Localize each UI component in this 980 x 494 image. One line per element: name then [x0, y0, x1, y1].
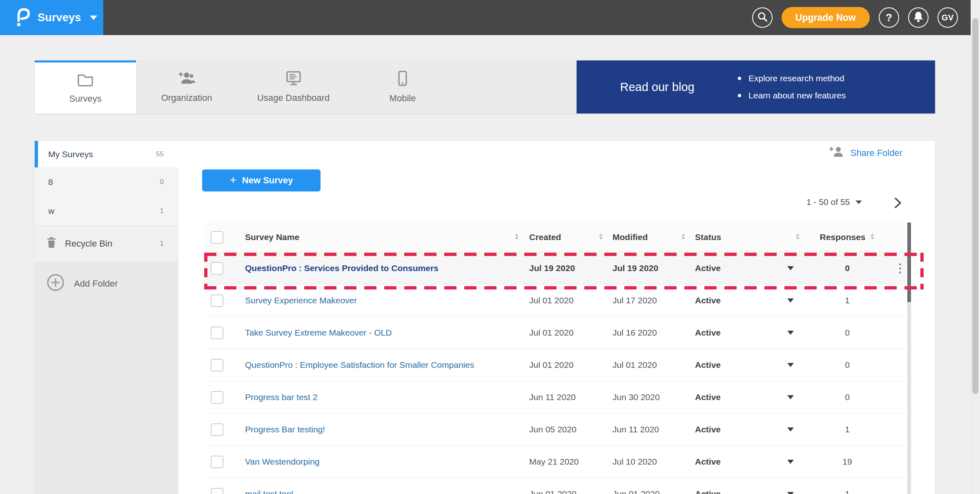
row-checkbox[interactable] — [211, 456, 223, 468]
page-scrollbar[interactable] — [971, 0, 980, 494]
survey-name-link[interactable]: Take Survey Extreme Makeover - OLD — [245, 328, 392, 338]
table-row[interactable]: Survey Experience Makeover Jul 01 2020 J… — [204, 285, 910, 317]
pagination: 1 - 50 of 55 — [806, 197, 862, 207]
caret-down-icon[interactable] — [787, 298, 794, 303]
responses-count: 1 — [845, 296, 850, 305]
dashboard-icon — [285, 71, 302, 88]
table-row[interactable]: Progress Bar testing! Jun 05 2020 Jun 11… — [204, 414, 910, 446]
blog-bullet-text: Explore research method — [748, 73, 844, 83]
share-folder-button[interactable]: Share Folder — [829, 146, 902, 160]
tabs-spacer — [456, 60, 577, 113]
survey-name-link[interactable]: QuestionPro : Services Provided to Consu… — [245, 263, 439, 273]
survey-name-link[interactable]: mail test tool — [245, 489, 293, 494]
modified-date: Jun 30 2020 — [612, 392, 660, 402]
table-header: Survey Name Created Modified Status — [204, 223, 910, 252]
table-scrollbar[interactable] — [907, 223, 911, 494]
tab-mobile[interactable]: Mobile — [350, 60, 456, 113]
survey-name-link[interactable]: QuestionPro : Employee Satisfaction for … — [245, 360, 474, 370]
row-checkbox[interactable] — [211, 423, 223, 436]
caret-down-icon[interactable] — [787, 395, 794, 399]
row-checkbox[interactable] — [211, 327, 223, 339]
modified-date: Jul 19 2020 — [612, 263, 658, 273]
row-checkbox[interactable] — [211, 294, 223, 307]
table-row[interactable]: mail test tool Jun 01 2020 Jun 01 2020 A… — [204, 478, 910, 494]
caret-down-icon[interactable] — [787, 460, 794, 464]
sidebar-item-folder-w[interactable]: w 1 — [35, 196, 178, 225]
column-header-survey-name[interactable]: Survey Name — [245, 232, 299, 242]
caret-down-icon[interactable] — [787, 363, 794, 367]
help-button[interactable]: ? — [879, 7, 899, 28]
column-header-created[interactable]: Created — [529, 232, 561, 242]
row-checkbox[interactable] — [211, 488, 223, 494]
blog-banner[interactable]: Read our blog Explore research method Le… — [577, 60, 935, 113]
table-row[interactable]: Van Westendorping May 21 2020 Jul 10 202… — [204, 446, 910, 478]
created-date: Jul 01 2020 — [529, 360, 574, 370]
status-value[interactable]: Active — [695, 328, 721, 338]
tab-usage-dashboard[interactable]: Usage Dashboard — [237, 60, 350, 113]
table-row[interactable]: Progress bar test 2 Jun 11 2020 Jun 30 2… — [204, 381, 910, 414]
created-date: Jun 05 2020 — [529, 425, 577, 434]
upgrade-now-button[interactable]: Upgrade Now — [782, 7, 870, 28]
sort-icon[interactable] — [870, 233, 875, 242]
survey-name-link[interactable]: Van Westendorping — [245, 457, 320, 467]
folder-count: 0 — [160, 178, 164, 186]
questionpro-logo-icon — [12, 4, 31, 31]
table-row[interactable]: QuestionPro : Services Provided to Consu… — [204, 252, 910, 285]
caret-down-icon[interactable] — [787, 331, 794, 335]
status-value[interactable]: Active — [695, 296, 721, 305]
sort-icon[interactable] — [598, 233, 604, 242]
notifications-button[interactable] — [908, 7, 929, 28]
row-checkbox[interactable] — [211, 359, 223, 372]
avatar[interactable]: GV — [938, 7, 958, 28]
created-date: Jul 19 2020 — [529, 263, 575, 273]
modified-date: Jul 10 2020 — [612, 457, 657, 467]
next-page-button[interactable] — [890, 196, 906, 212]
tab-organization[interactable]: Organization — [136, 60, 237, 113]
select-all-checkbox[interactable] — [211, 231, 223, 244]
product-menu[interactable]: Surveys — [0, 0, 103, 35]
column-header-responses[interactable]: Responses — [820, 232, 865, 242]
share-folder-label: Share Folder — [851, 148, 902, 158]
kebab-menu-icon[interactable] — [899, 263, 901, 274]
table-row[interactable]: QuestionPro : Employee Satisfaction for … — [204, 349, 910, 381]
survey-name-link[interactable]: Survey Experience Makeover — [245, 296, 357, 305]
caret-down-icon[interactable] — [855, 200, 862, 204]
sort-icon[interactable] — [514, 233, 519, 242]
table-row[interactable]: Take Survey Extreme Makeover - OLD Jul 0… — [204, 317, 910, 349]
sort-icon[interactable] — [795, 233, 800, 242]
row-checkbox[interactable] — [211, 262, 223, 275]
survey-name-link[interactable]: Progress Bar testing! — [245, 425, 325, 434]
status-value[interactable]: Active — [695, 263, 721, 273]
mobile-icon — [397, 70, 408, 88]
status-value[interactable]: Active — [695, 489, 721, 494]
page-scrollbar-thumb[interactable] — [972, 18, 978, 394]
survey-name-link[interactable]: Progress bar test 2 — [245, 392, 317, 402]
column-header-modified[interactable]: Modified — [612, 232, 648, 242]
status-value[interactable]: Active — [695, 425, 721, 434]
caret-down-icon[interactable] — [787, 492, 794, 494]
caret-down-icon[interactable] — [787, 266, 794, 270]
modified-date: Jul 01 2020 — [612, 360, 657, 370]
responses-count: 0 — [845, 263, 850, 273]
column-header-status[interactable]: Status — [695, 232, 721, 242]
sort-icon[interactable] — [681, 233, 686, 242]
status-value[interactable]: Active — [695, 457, 721, 467]
caret-down-icon[interactable] — [787, 427, 794, 432]
trash-icon — [46, 236, 57, 251]
table-scrollbar-thumb[interactable] — [907, 223, 911, 302]
tab-label: Mobile — [390, 93, 416, 104]
status-value[interactable]: Active — [695, 360, 721, 370]
add-folder-button[interactable]: Add Folder — [35, 273, 178, 294]
created-date: Jun 01 2020 — [529, 489, 577, 494]
created-date: Jun 11 2020 — [529, 392, 576, 402]
sidebar-item-my-surveys[interactable]: My Surveys 55 — [35, 141, 178, 167]
status-value[interactable]: Active — [695, 392, 721, 402]
sidebar-item-folder-8[interactable]: 8 0 — [35, 167, 178, 196]
folder-label: My Surveys — [48, 149, 93, 159]
new-survey-button[interactable]: + New Survey — [202, 169, 321, 191]
search-button[interactable] — [752, 7, 773, 28]
sidebar-item-recycle-bin[interactable]: Recycle Bin 1 — [35, 226, 178, 262]
tab-surveys[interactable]: Surveys — [35, 60, 136, 113]
responses-count: 1 — [845, 489, 850, 494]
row-checkbox[interactable] — [211, 391, 223, 404]
